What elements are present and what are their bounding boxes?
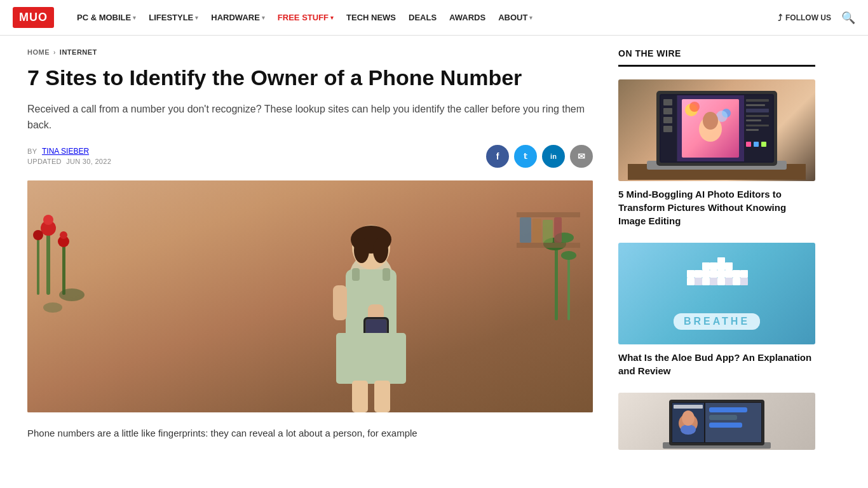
svg-rect-69	[710, 270, 717, 278]
nav-free-stuff[interactable]: FREE STUFF ▾	[273, 9, 339, 26]
svg-rect-27	[383, 268, 390, 281]
wire-card-1-image	[618, 79, 815, 181]
article-meta: BY TINA SIEBER UPDATED JUN 30, 2022 f 𝕥 …	[27, 145, 593, 168]
article-hero-image	[27, 180, 593, 412]
share-email-button[interactable]: ✉	[570, 145, 593, 168]
svg-rect-57	[746, 99, 769, 102]
share-facebook-button[interactable]: f	[486, 145, 509, 168]
svg-rect-45	[663, 108, 672, 114]
svg-rect-3	[62, 244, 65, 295]
wire-card-2-title[interactable]: What Is the Aloe Bud App? An Explanation…	[618, 352, 811, 376]
svg-rect-80	[695, 278, 702, 285]
svg-point-51	[689, 102, 700, 112]
nav-right: ⤴ FOLLOW US 🔍	[778, 11, 855, 25]
share-icon: ⤴	[778, 13, 782, 23]
svg-point-5	[60, 231, 67, 239]
svg-rect-25	[333, 285, 347, 320]
share-linkedin-button[interactable]: in	[542, 145, 565, 168]
nav-about[interactable]: ABOUT ▾	[493, 9, 538, 26]
svg-rect-70	[717, 270, 725, 278]
svg-rect-68	[702, 270, 710, 278]
chevron-down-icon: ▾	[195, 15, 198, 21]
card3-laptop-illustration	[653, 395, 780, 449]
breadcrumb-separator: ›	[53, 49, 56, 56]
svg-rect-78	[733, 270, 740, 278]
svg-point-96	[682, 410, 695, 426]
svg-rect-75	[717, 257, 725, 265]
svg-rect-6	[37, 238, 39, 295]
wire-card-3	[618, 393, 815, 450]
share-twitter-button[interactable]: 𝕥	[514, 145, 537, 168]
nav-deals[interactable]: DEALS	[403, 9, 442, 26]
svg-point-8	[59, 288, 85, 301]
svg-rect-30	[352, 381, 368, 412]
svg-rect-62	[746, 125, 769, 126]
svg-rect-86	[740, 270, 748, 278]
nav-links: PC & MOBILE ▾ LIFESTYLE ▾ HARDWARE ▾ FRE…	[72, 9, 778, 26]
nav-pc-mobile[interactable]: PC & MOBILE ▾	[72, 9, 141, 26]
svg-point-2	[43, 215, 53, 225]
svg-point-18	[354, 238, 369, 263]
svg-rect-35	[543, 220, 553, 243]
svg-rect-29	[336, 333, 406, 384]
svg-point-7	[33, 230, 43, 240]
pixel-cloud-icon	[679, 257, 755, 308]
svg-rect-31	[374, 381, 390, 412]
sidebar-section-title: ON THE WIRE	[618, 48, 815, 67]
svg-rect-67	[695, 270, 702, 278]
nav-lifestyle[interactable]: LIFESTYLE ▾	[144, 9, 203, 26]
svg-rect-71	[702, 262, 710, 270]
svg-rect-66	[761, 142, 766, 147]
page-wrapper: HOME › INTERNET 7 Sites to Identify the …	[15, 36, 853, 478]
wire-card-2-image: BREATHE	[618, 243, 815, 344]
author-link[interactable]: TINA SIEBER	[42, 147, 89, 156]
article-subtitle: Received a call from a number you don't …	[27, 101, 593, 133]
svg-rect-33	[520, 217, 531, 243]
svg-rect-97	[709, 407, 747, 412]
svg-rect-64	[746, 142, 751, 147]
svg-point-9	[43, 302, 62, 313]
article-body-text: Phone numbers are a little like fingerpr…	[27, 425, 593, 442]
svg-rect-92	[674, 405, 703, 409]
svg-rect-84	[725, 278, 733, 285]
breadcrumb-home[interactable]: HOME	[27, 48, 50, 56]
nav-tech-news[interactable]: TECH NEWS	[341, 9, 401, 26]
svg-rect-82	[710, 278, 717, 285]
card1-laptop-illustration	[628, 81, 806, 180]
svg-rect-34	[532, 219, 541, 243]
svg-rect-37	[517, 243, 580, 248]
svg-rect-77	[725, 270, 733, 278]
hero-person-figure	[269, 196, 473, 412]
svg-rect-36	[554, 217, 562, 243]
svg-point-55	[703, 112, 718, 130]
nav-awards[interactable]: AWARDS	[444, 9, 491, 26]
chevron-down-icon: ▾	[133, 15, 136, 21]
svg-rect-60	[746, 115, 769, 117]
svg-rect-46	[663, 117, 672, 123]
main-nav: MUO PC & MOBILE ▾ LIFESTYLE ▾ HARDWARE ▾…	[0, 0, 868, 36]
svg-rect-83	[717, 278, 725, 285]
follow-us-button[interactable]: ⤴ FOLLOW US	[778, 13, 831, 23]
article-author-section: BY TINA SIEBER UPDATED JUN 30, 2022	[27, 147, 111, 165]
svg-rect-47	[663, 126, 672, 132]
breadcrumb-section: INTERNET	[60, 48, 97, 56]
svg-rect-59	[746, 109, 769, 112]
svg-rect-76	[687, 270, 695, 278]
svg-rect-58	[746, 104, 765, 106]
svg-rect-85	[733, 278, 740, 285]
chevron-down-icon: ▾	[330, 15, 334, 21]
sidebar: ON THE WIRE	[618, 36, 815, 478]
nav-hardware[interactable]: HARDWARE ▾	[206, 9, 270, 26]
wire-card-1: 5 Mind-Boggling AI Photo Editors to Tran…	[618, 79, 815, 227]
search-button[interactable]: 🔍	[841, 11, 855, 25]
breadcrumb: HOME › INTERNET	[27, 48, 593, 56]
svg-point-95	[681, 424, 696, 435]
article-title: 7 Sites to Identify the Owner of a Phone…	[27, 65, 593, 91]
hero-flowers-decoration	[27, 180, 129, 358]
site-logo[interactable]: MUO	[13, 7, 54, 28]
svg-rect-87	[740, 278, 748, 285]
svg-rect-99	[709, 423, 742, 428]
social-share-buttons: f 𝕥 in ✉	[486, 145, 593, 168]
wire-card-1-title[interactable]: 5 Mind-Boggling AI Photo Editors to Tran…	[618, 189, 786, 226]
wire-card-3-image	[618, 393, 815, 450]
